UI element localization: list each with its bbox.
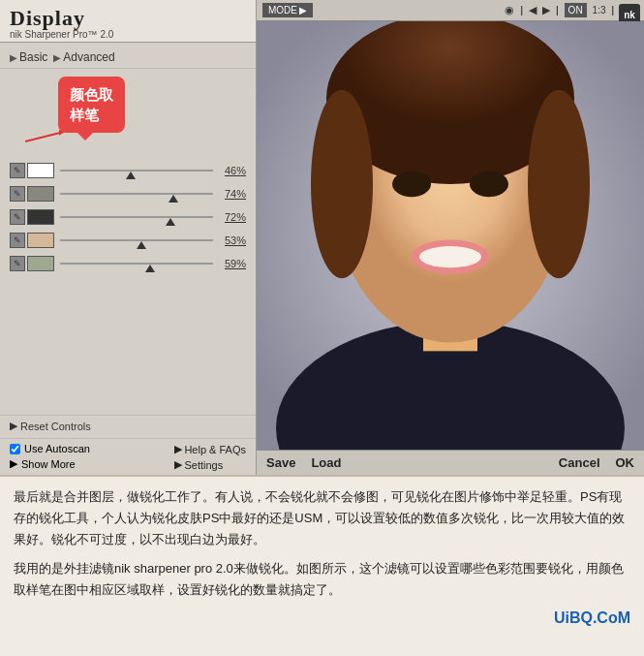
tooltip-arrow bbox=[25, 130, 72, 153]
help-link[interactable]: ▶ Help & FAQs bbox=[174, 443, 246, 455]
swatch-2 bbox=[27, 186, 54, 202]
color-row-4: ✎ 53% bbox=[10, 232, 246, 249]
show-more-label: Show More bbox=[21, 458, 76, 470]
mode-button[interactable]: MODE ▶ bbox=[262, 3, 313, 17]
preview-panel: MODE ▶ ◉ | ◀ ▶ | ON 1:3 | − + bbox=[257, 0, 644, 475]
body-text-para2: 我用的是外挂滤镜nik sharpener pro 2.0来做锐化。如图所示，这… bbox=[14, 558, 630, 601]
toolbar-separator-2: | bbox=[556, 5, 559, 16]
load-button[interactable]: Load bbox=[311, 455, 341, 470]
slider-thumb-2[interactable] bbox=[169, 195, 178, 203]
slider-track-5 bbox=[60, 263, 213, 265]
portrait-svg bbox=[257, 21, 644, 450]
nav-prev-icon[interactable]: ◀ bbox=[529, 4, 537, 16]
mode-tabs: ▶ Basic ▶ Advanced bbox=[0, 43, 256, 69]
settings-label: Settings bbox=[184, 459, 223, 471]
svg-point-12 bbox=[419, 246, 481, 267]
basic-arrow-icon: ▶ bbox=[10, 52, 17, 63]
advanced-arrow-icon: ▶ bbox=[53, 52, 61, 63]
color-row-1: ✎ 46% bbox=[10, 162, 246, 179]
help-arrow-icon: ▶ bbox=[174, 443, 182, 455]
color-row-3: ✎ 72% bbox=[10, 208, 246, 226]
eye-icon[interactable]: ◉ bbox=[505, 4, 514, 16]
preview-image-area[interactable] bbox=[257, 21, 644, 450]
reset-arrow-icon: ▶ bbox=[10, 420, 17, 432]
help-label: Help & FAQs bbox=[184, 444, 246, 455]
slider-value-2[interactable]: 74% bbox=[219, 188, 246, 200]
toolbar-separator-3: | bbox=[612, 5, 615, 16]
swatch-1 bbox=[27, 163, 54, 178]
settings-link[interactable]: ▶ Settings bbox=[174, 458, 246, 471]
slider-5[interactable] bbox=[60, 255, 213, 272]
swatch-4 bbox=[27, 233, 54, 248]
slider-1[interactable] bbox=[60, 162, 213, 179]
tooltip-bubble: 颜色取 样笔 bbox=[58, 77, 125, 133]
swatch-3 bbox=[27, 209, 54, 225]
body-text-para1: 最后就是合并图层，做锐化工作了。有人说，不会锐化就不会修图，可见锐化在图片修饰中… bbox=[14, 486, 630, 550]
show-more-arrow-icon: ▶ bbox=[10, 457, 17, 470]
color-row-2: ✎ 74% bbox=[10, 185, 246, 203]
slider-track-2 bbox=[60, 193, 213, 195]
app-subtitle: nik Sharpener Pro™ 2.0 bbox=[10, 29, 246, 40]
slider-thumb-4[interactable] bbox=[137, 241, 146, 249]
sidebar: Display nik Sharpener Pro™ 2.0 ▶ Basic ▶… bbox=[0, 0, 257, 475]
body-text-area: 最后就是合并图层，做锐化工作了。有人说，不会锐化就不会修图，可见锐化在图片修饰中… bbox=[0, 475, 644, 656]
tooltip-area: 颜色取 样笔 bbox=[10, 77, 246, 154]
eyedropper-icon-5[interactable]: ✎ bbox=[10, 256, 25, 271]
slider-thumb-1[interactable] bbox=[126, 172, 136, 179]
svg-line-0 bbox=[25, 132, 64, 141]
nav-next-icon[interactable]: ▶ bbox=[542, 4, 550, 16]
slider-4[interactable] bbox=[60, 232, 213, 249]
zoom-value: 1:3 bbox=[593, 5, 606, 16]
color-rows-container: ✎ 46% ✎ 74% bbox=[0, 158, 256, 415]
brand-text: UiBQ.CoM bbox=[14, 605, 630, 631]
svg-point-9 bbox=[392, 172, 431, 198]
toolbar-right: ▶ Help & FAQs ▶ Settings bbox=[174, 443, 246, 471]
slider-value-5[interactable]: 59% bbox=[219, 258, 246, 269]
eyedropper-icon-4[interactable]: ✎ bbox=[10, 233, 25, 248]
slider-3[interactable] bbox=[60, 208, 213, 226]
svg-point-10 bbox=[470, 172, 508, 198]
slider-thumb-5[interactable] bbox=[145, 265, 155, 272]
preview-action-bar: Save Load Cancel OK bbox=[257, 450, 644, 475]
reset-controls: ▶ Reset Controls bbox=[0, 415, 256, 438]
swatch-5 bbox=[27, 256, 54, 271]
preview-toolbar: MODE ▶ ◉ | ◀ ▶ | ON 1:3 | − + bbox=[257, 0, 644, 21]
autoscan-checkbox-item[interactable]: Use Autoscan bbox=[10, 443, 90, 454]
slider-track-3 bbox=[60, 216, 213, 218]
toolbar-left: Use Autoscan ▶ Show More bbox=[10, 443, 90, 471]
cancel-button[interactable]: Cancel bbox=[559, 455, 600, 470]
eyedropper-icon-2[interactable]: ✎ bbox=[10, 186, 25, 202]
app-title: Display bbox=[10, 6, 246, 31]
slider-value-1[interactable]: 46% bbox=[219, 165, 246, 176]
portrait-photo bbox=[257, 21, 644, 450]
slider-value-3[interactable]: 72% bbox=[219, 211, 246, 223]
slider-thumb-3[interactable] bbox=[166, 218, 175, 226]
eyedropper-icon-1[interactable]: ✎ bbox=[10, 163, 25, 178]
autoscan-label: Use Autoscan bbox=[24, 443, 90, 454]
toolbar-separator-1: | bbox=[520, 5, 523, 16]
settings-arrow-icon: ▶ bbox=[174, 458, 182, 471]
tab-basic[interactable]: ▶ Basic bbox=[10, 50, 47, 64]
slider-2[interactable] bbox=[60, 185, 213, 203]
save-button[interactable]: Save bbox=[266, 455, 295, 470]
on-button[interactable]: ON bbox=[565, 3, 587, 17]
mode-arrow-icon: ▶ bbox=[299, 5, 307, 16]
tab-advanced[interactable]: ▶ Advanced bbox=[53, 50, 114, 64]
eyedropper-icon-3[interactable]: ✎ bbox=[10, 209, 25, 225]
slider-value-4[interactable]: 53% bbox=[219, 234, 246, 246]
show-more-item[interactable]: ▶ Show More bbox=[10, 457, 90, 470]
slider-track-1 bbox=[60, 170, 213, 172]
bottom-toolbar: Use Autoscan ▶ Show More ▶ Help & FAQs ▶… bbox=[0, 438, 256, 475]
svg-point-8 bbox=[528, 90, 590, 278]
ok-button[interactable]: OK bbox=[616, 455, 635, 470]
sidebar-header: Display nik Sharpener Pro™ 2.0 bbox=[0, 0, 256, 43]
svg-point-7 bbox=[311, 90, 373, 278]
arrow-line-icon bbox=[25, 130, 72, 153]
autoscan-checkbox[interactable] bbox=[10, 444, 20, 454]
reset-controls-link[interactable]: ▶ Reset Controls bbox=[10, 420, 246, 432]
color-row-5: ✎ 59% bbox=[10, 255, 246, 272]
